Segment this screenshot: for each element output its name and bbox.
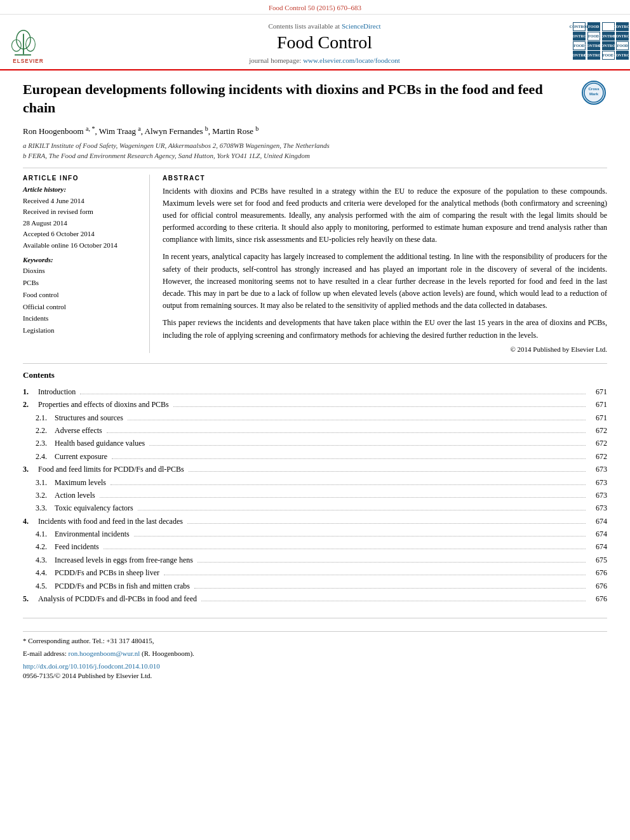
sciencedirect-line: Contents lists available at ScienceDirec… — [268, 22, 380, 30]
doi-link[interactable]: http://dx.doi.org/10.1016/j.foodcont.201… — [23, 662, 160, 670]
toc-container: 1. Introduction 671 2. Properties and ef… — [23, 385, 607, 606]
affiliations: a RIKILT Institute of Food Safety, Wagen… — [23, 140, 607, 161]
homepage-label: journal homepage: — [249, 57, 301, 64]
keyword-1: Dioxins — [23, 265, 140, 277]
toc-item-10: 4. Incidents with food and feed in the l… — [23, 515, 607, 528]
toc-sub-num: 4.1. — [36, 528, 55, 540]
toc-page: 671 — [588, 411, 607, 424]
toc-item-9: 3.3. Toxic equivalency factors 673 — [23, 502, 607, 514]
crossmark[interactable]: Cross Mark — [582, 81, 607, 106]
authors-text: Ron Hoogenboom a, *, Wim Traag a, Alwyn … — [23, 126, 258, 136]
crossmark-badge[interactable]: Cross Mark — [582, 81, 606, 105]
keyword-6: Legislation — [23, 324, 140, 337]
toc-dots — [104, 549, 586, 549]
control-grid: CONTROL FOOD CONTROL CONTROL FOOD CONTRO… — [573, 22, 630, 60]
toc-dots — [107, 432, 586, 433]
toc-dots — [149, 445, 586, 446]
toc-page: 673 — [588, 463, 607, 476]
toc-item-14: 4.4. PCDD/Fs and PCBs in sheep liver 676 — [23, 566, 607, 579]
toc-sub-num: 2.3. — [36, 437, 55, 450]
toc-dots — [173, 406, 586, 407]
toc-sub-num: 3.3. — [36, 502, 55, 514]
toc-page: 676 — [588, 592, 607, 605]
toc-dots — [198, 562, 586, 563]
toc-sub-num: 3.1. — [36, 476, 55, 489]
toc-num: 4. — [23, 515, 38, 528]
toc-dots — [194, 588, 586, 589]
info-abstract-section: ARTICLE INFO Article history: Received 4… — [23, 175, 607, 353]
toc-dots — [111, 484, 586, 485]
footer-divider — [23, 631, 607, 632]
toc-label: Maximum levels — [55, 476, 108, 489]
article-info-heading: ARTICLE INFO — [23, 175, 140, 182]
toc-label: PCDD/Fs and PCBs in sheep liver — [55, 566, 161, 579]
sciencedirect-prefix: Contents lists available at — [268, 22, 340, 30]
journal-info: Contents lists available at ScienceDirec… — [76, 20, 573, 69]
control-cell-1: CONTROL — [573, 22, 586, 31]
svg-text:Cross: Cross — [588, 87, 600, 91]
toc-label: Feed incidents — [55, 540, 101, 553]
toc-dots — [138, 510, 586, 510]
toc-label: Health based guidance values — [55, 437, 147, 450]
toc-sub-num: 4.3. — [36, 554, 55, 566]
control-cell-5: CONTROL — [573, 32, 586, 41]
email-link[interactable]: ron.hoogenboom@wur.nl — [68, 650, 140, 657]
toc-item-5: 2.4. Current exposure 672 — [23, 450, 607, 463]
toc-dots — [112, 458, 586, 459]
email-line: E-mail address: ron.hoogenboom@wur.nl (R… — [23, 648, 607, 659]
toc-num: 5. — [23, 592, 38, 605]
toc-sub-num: 3.2. — [36, 489, 55, 502]
toc-sub-num: 4.4. — [36, 566, 55, 579]
journal-homepage: journal homepage: www.elsevier.com/locat… — [249, 57, 400, 64]
abstract-para-1: Incidents with dioxins and PCBs have res… — [163, 185, 607, 246]
revised-date: 28 August 2014 — [23, 218, 140, 229]
sciencedirect-link[interactable]: ScienceDirect — [342, 22, 381, 30]
footer-area: * Corresponding author. Tel.: +31 317 48… — [23, 618, 607, 679]
toc-label: Food and feed limits for PCDD/Fs and dl-… — [38, 463, 186, 476]
email-person: (R. Hoogenboom). — [142, 650, 194, 657]
abstract-para-2: In recent years, analytical capacity has… — [163, 251, 607, 312]
toc-sub-num: 4.5. — [36, 580, 55, 592]
toc-item-15: 4.5. PCDD/Fs and PCBs in fish and mitten… — [23, 580, 607, 592]
toc-sub-num: 2.4. — [36, 450, 55, 463]
accepted-date: Accepted 6 October 2014 — [23, 229, 140, 240]
article-info-column: ARTICLE INFO Article history: Received 4… — [23, 175, 150, 353]
toc-page: 672 — [588, 437, 607, 450]
toc-dots — [164, 575, 586, 575]
corresponding-note: * Corresponding author. Tel.: +31 317 48… — [23, 636, 607, 646]
received-revised-label: Received in revised form — [23, 206, 140, 218]
control-cell-14: CONTROL — [587, 51, 600, 60]
available-online: Available online 16 October 2014 — [23, 240, 140, 251]
toc-page: 676 — [588, 580, 607, 592]
abstract-para-3: This paper reviews the incidents and dev… — [163, 317, 607, 341]
journal-title: Food Control — [277, 32, 372, 53]
toc-page: 674 — [588, 528, 607, 540]
elsevier-logo-svg: ELSEVIER — [10, 28, 67, 66]
toc-item-13: 4.3. Increased levels in eggs from free-… — [23, 554, 607, 566]
toc-page: 673 — [588, 476, 607, 489]
keyword-3: Food control — [23, 289, 140, 301]
toc-label: Current exposure — [55, 450, 109, 463]
control-cell-4: CONTROL — [616, 22, 629, 31]
divider — [23, 168, 607, 168]
article-title: European developments following incident… — [23, 81, 544, 117]
toc-sub-num: 4.2. — [36, 540, 55, 553]
toc-label: Introduction — [38, 385, 77, 398]
page: Food Control 50 (2015) 670–683 ELSEVIER … — [0, 0, 630, 840]
toc-label: Properties and effects of dioxins and PC… — [38, 398, 171, 411]
toc-dots — [189, 471, 586, 472]
doi-line: http://dx.doi.org/10.1016/j.foodcont.201… — [23, 662, 607, 670]
affiliation-b: b FERA, The Food and Environment Researc… — [23, 150, 607, 161]
toc-page: 676 — [588, 566, 607, 579]
homepage-url[interactable]: www.elsevier.com/locate/foodcont — [303, 57, 400, 64]
toc-num: 3. — [23, 463, 38, 476]
control-cell-16: CONTROL — [616, 51, 629, 60]
toc-page: 674 — [588, 540, 607, 553]
toc-num: 1. — [23, 385, 38, 398]
control-cell-12: FOOD — [616, 41, 629, 50]
toc-dots — [100, 497, 586, 498]
toc-page: 675 — [588, 554, 607, 566]
toc-dots — [128, 420, 586, 420]
toc-label: Structures and sources — [55, 411, 125, 424]
toc-dots — [187, 523, 586, 524]
